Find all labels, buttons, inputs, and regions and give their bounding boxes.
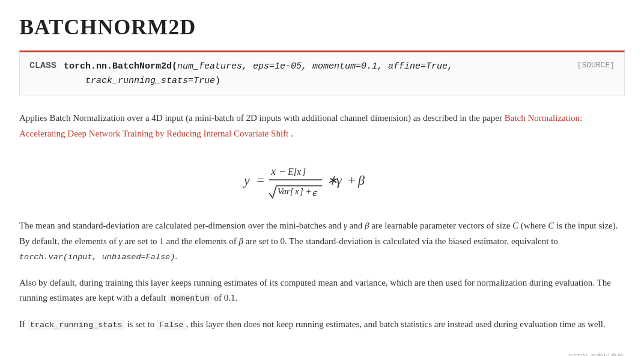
description-para-3: Also by default, during training this la… — [19, 275, 625, 306]
description-para-4: If track_running_stats is set to False, … — [19, 317, 625, 333]
desc3-pre: Also by default, during training this la… — [19, 278, 611, 303]
page-title: BATCHNORM2D — [19, 14, 625, 40]
class-signature-code: torch.nn.BatchNorm2d(num_features, eps=1… — [64, 60, 453, 88]
code-track-running: track_running_stats — [28, 320, 125, 330]
desc4-pre: If — [19, 319, 28, 329]
desc4-mid1: is set to — [125, 319, 157, 329]
watermark: CSDN @肉松拿铁 — [19, 352, 625, 356]
math-formula: y = x − E[ x ] Var[ x ] + ϵ ∗ γ + β — [19, 156, 625, 204]
class-badge: CLASS — [29, 61, 56, 71]
svg-text:+: + — [347, 173, 356, 188]
svg-text:y: y — [243, 173, 250, 188]
svg-text:]: ] — [302, 167, 306, 177]
svg-text:=: = — [256, 173, 265, 188]
class-signature-box: CLASS torch.nn.BatchNorm2d(num_features,… — [19, 51, 625, 96]
svg-text:−: − — [279, 165, 286, 177]
content-area: Applies Batch Normalization over a 4D in… — [19, 108, 625, 346]
svg-text:x: x — [270, 165, 276, 177]
desc4-post: , this layer then does not keep running … — [186, 319, 606, 329]
desc1-post: . — [291, 129, 293, 138]
code-torchvar: torch.var(input, unbiased=False) — [19, 253, 175, 262]
description-para-1: Applies Batch Normalization over a 4D in… — [19, 111, 625, 141]
svg-text:γ: γ — [336, 173, 342, 188]
desc1-pre: Applies Batch Normalization over a 4D in… — [19, 113, 505, 123]
code-false: False — [157, 320, 186, 330]
svg-text:x: x — [296, 167, 301, 177]
svg-text:β: β — [357, 173, 365, 188]
svg-text:x: x — [294, 186, 299, 196]
desc3-post: of 0.1. — [212, 293, 238, 302]
svg-text:] +: ] + — [299, 186, 312, 196]
description-para-2: The mean and standard-deviation are calc… — [19, 218, 625, 265]
code-momentum: momentum — [168, 293, 212, 304]
svg-text:Var[: Var[ — [278, 186, 294, 196]
svg-text:ϵ: ϵ — [312, 188, 318, 198]
source-link[interactable]: [SOURCE] — [577, 61, 615, 70]
